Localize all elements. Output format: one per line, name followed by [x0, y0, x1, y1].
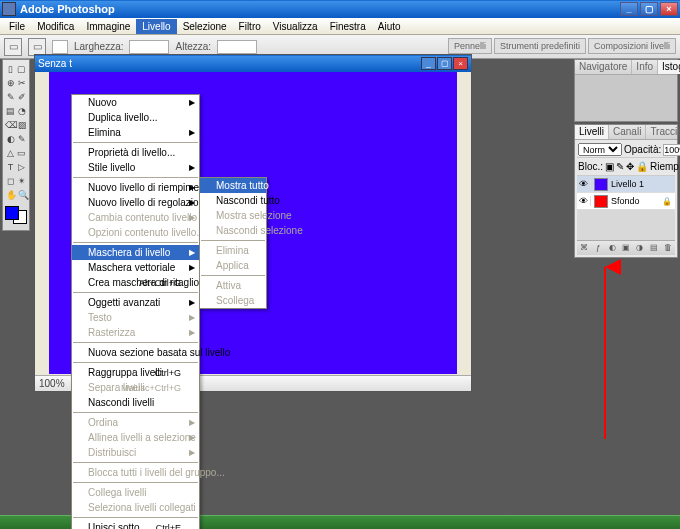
- layer-mask-icon[interactable]: ◐: [607, 243, 618, 254]
- tool-10[interactable]: ◐: [5, 132, 16, 146]
- nav-tabs: NavigatoreInfoIstogramma: [575, 60, 677, 75]
- tab-livelli[interactable]: Livelli: [575, 125, 609, 139]
- menuitem-nuova-sezione-basata-sul-livello[interactable]: Nuova sezione basata sul livello: [72, 345, 199, 360]
- doc-close-button[interactable]: ×: [453, 57, 468, 70]
- visibility-icon[interactable]: 👁: [577, 196, 591, 206]
- layer-row[interactable]: 👁Sfondo🔒: [577, 193, 675, 210]
- minimize-button[interactable]: _: [620, 2, 638, 16]
- foreground-color[interactable]: [5, 206, 19, 220]
- menuitem-unisci-sotto[interactable]: Unisci sottoCtrl+E: [72, 520, 199, 529]
- tool-7[interactable]: ◔: [16, 104, 27, 118]
- submenu-arrow-icon: ▶: [189, 328, 195, 337]
- submenu-arrow-icon: ▶: [189, 213, 195, 222]
- menuitem-separa-livelli: Separa livelliMaiusc+Ctrl+G: [72, 380, 199, 395]
- menu-aiuto[interactable]: Aiuto: [372, 19, 407, 34]
- layer-row[interactable]: 👁Livello 1: [577, 176, 675, 193]
- tool-6[interactable]: ▤: [5, 104, 16, 118]
- layer-name[interactable]: Sfondo: [611, 196, 640, 206]
- menu-immagine[interactable]: Immagine: [80, 19, 136, 34]
- menu-filtro[interactable]: Filtro: [233, 19, 267, 34]
- tool-13[interactable]: ▭: [16, 146, 27, 160]
- tab-tracciati[interactable]: Tracciati: [646, 125, 680, 139]
- blend-mode-select[interactable]: Normale: [578, 143, 622, 156]
- tool-0[interactable]: ▯: [5, 62, 16, 76]
- tool-8[interactable]: ⌫: [5, 118, 17, 132]
- menuitem-crea-maschera-di-ritaglio[interactable]: Crea maschera di ritaglioAlt+Ctrl+G: [72, 275, 199, 290]
- menuitem-seleziona-livelli-collegati: Seleziona livelli collegati: [72, 500, 199, 515]
- menuitem-nuovo-livello-di-riempimento[interactable]: Nuovo livello di riempimento▶: [72, 180, 199, 195]
- new-group-icon[interactable]: ▣: [621, 243, 632, 254]
- doc-minimize-button[interactable]: _: [421, 57, 436, 70]
- menuitem-mostra-tutto[interactable]: Mostra tutto: [200, 178, 266, 193]
- annotation-arrow: [595, 259, 615, 441]
- tool-19[interactable]: 🔍: [17, 188, 29, 202]
- menu-selezione[interactable]: Selezione: [177, 19, 233, 34]
- maximize-button[interactable]: ▢: [640, 2, 658, 16]
- layer-name[interactable]: Livello 1: [611, 179, 644, 189]
- tool-17[interactable]: ✴: [16, 174, 27, 188]
- close-button[interactable]: ×: [660, 2, 678, 16]
- menu-visualizza[interactable]: Visualizza: [267, 19, 324, 34]
- tool-15[interactable]: ▷: [16, 160, 27, 174]
- menuitem-nuovo[interactable]: Nuovo▶: [72, 95, 199, 110]
- tab-istogramma[interactable]: Istogramma: [658, 60, 680, 74]
- menuitem-oggetti-avanzati[interactable]: Oggetti avanzati▶: [72, 295, 199, 310]
- tool-16[interactable]: ◻: [5, 174, 16, 188]
- menu-livello[interactable]: Livello: [136, 19, 176, 34]
- menuitem-collega-livelli: Collega livelli: [72, 485, 199, 500]
- lock-paint-icon[interactable]: ✎: [616, 161, 624, 172]
- tool-3[interactable]: ✂: [16, 76, 27, 90]
- palwell-pennelli[interactable]: Pennelli: [448, 38, 492, 54]
- link-layers-icon[interactable]: ⌘: [579, 243, 590, 254]
- layer-thumbnail[interactable]: [594, 195, 608, 208]
- menuitem-elimina[interactable]: Elimina▶: [72, 125, 199, 140]
- menuitem-stile-livello[interactable]: Stile livello▶: [72, 160, 199, 175]
- delete-layer-icon[interactable]: 🗑: [662, 243, 673, 254]
- tool-preset-picker[interactable]: ▭: [4, 38, 22, 56]
- tool-4[interactable]: ✎: [5, 90, 16, 104]
- tab-navigatore[interactable]: Navigatore: [575, 60, 632, 74]
- menuitem-duplica-livello-[interactable]: Duplica livello...: [72, 110, 199, 125]
- lock-transparency-icon[interactable]: ▣: [605, 161, 614, 172]
- document-titlebar[interactable]: Senza t _ ▢ ×: [35, 55, 471, 72]
- tool-12[interactable]: △: [5, 146, 16, 160]
- layer-style-icon[interactable]: ƒ: [593, 243, 604, 254]
- tool-1[interactable]: ▢: [16, 62, 27, 76]
- lock-position-icon[interactable]: ✥: [626, 161, 634, 172]
- menu-separator: [73, 517, 198, 518]
- new-layer-icon[interactable]: ▤: [648, 243, 659, 254]
- menuitem-propriet-di-livello-[interactable]: Proprietà di livello...: [72, 145, 199, 160]
- tool-11[interactable]: ✎: [16, 132, 27, 146]
- tool-2[interactable]: ⊕: [5, 76, 16, 90]
- menu-modifica[interactable]: Modifica: [31, 19, 80, 34]
- adjustment-layer-icon[interactable]: ◑: [634, 243, 645, 254]
- aspect-picker[interactable]: ▭: [28, 38, 46, 56]
- zoom-value[interactable]: 100%: [39, 378, 65, 389]
- submenu-arrow-icon: ▶: [189, 263, 195, 272]
- lock-all-icon[interactable]: 🔒: [636, 161, 648, 172]
- menuitem-nascondi-tutto[interactable]: Nascondi tutto: [200, 193, 266, 208]
- menuitem-nascondi-livelli[interactable]: Nascondi livelli: [72, 395, 199, 410]
- tool-18[interactable]: ✋: [5, 188, 17, 202]
- menuitem-raggruppa-livelli[interactable]: Raggruppa livelliCtrl+G: [72, 365, 199, 380]
- menuitem-maschera-vettoriale[interactable]: Maschera vettoriale▶: [72, 260, 199, 275]
- tool-5[interactable]: ✐: [16, 90, 27, 104]
- tool-14[interactable]: T: [5, 160, 16, 174]
- visibility-icon[interactable]: 👁: [577, 179, 591, 189]
- height-input[interactable]: [217, 40, 257, 54]
- color-swatch[interactable]: [5, 206, 27, 224]
- menuitem-maschera-di-livello[interactable]: Maschera di livello▶: [72, 245, 199, 260]
- menu-finestra[interactable]: Finestra: [324, 19, 372, 34]
- titlebar: Adobe Photoshop _ ▢ ×: [0, 0, 680, 18]
- menuitem-nuovo-livello-di-regolazione[interactable]: Nuovo livello di regolazione▶: [72, 195, 199, 210]
- tab-canali[interactable]: Canali: [609, 125, 646, 139]
- menu-file[interactable]: File: [3, 19, 31, 34]
- opacity-input[interactable]: [663, 144, 680, 156]
- doc-maximize-button[interactable]: ▢: [437, 57, 452, 70]
- palwell-strumenti-predefiniti[interactable]: Strumenti predefiniti: [494, 38, 586, 54]
- width-input[interactable]: [129, 40, 169, 54]
- palwell-composizioni-livelli[interactable]: Composizioni livelli: [588, 38, 676, 54]
- layer-thumbnail[interactable]: [594, 178, 608, 191]
- tab-info[interactable]: Info: [632, 60, 658, 74]
- tool-9[interactable]: ▨: [17, 118, 28, 132]
